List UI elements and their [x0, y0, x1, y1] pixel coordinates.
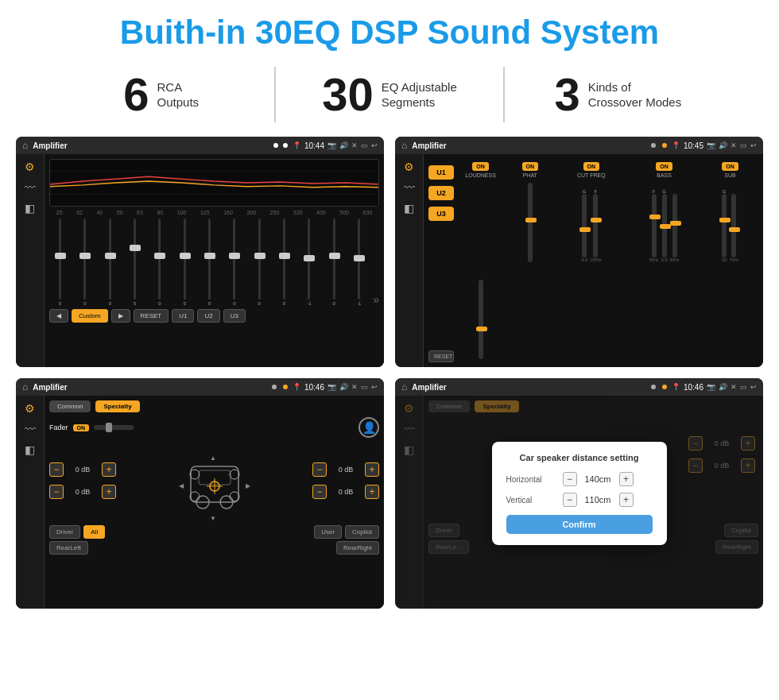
eq-sidebar: ⚙ 〰 ◧	[16, 154, 45, 367]
eq-slider-1[interactable]: 0	[49, 219, 71, 306]
vol-rt-plus[interactable]: +	[365, 462, 379, 477]
fader-app-name: Amplifier	[33, 383, 267, 392]
window-icon: ▭	[361, 141, 368, 149]
fader-sidebar-vol-icon[interactable]: ◧	[25, 443, 35, 456]
vol-lb-val: 0 dB	[67, 488, 99, 496]
fader-dot1	[272, 385, 277, 389]
amp-screen-card: ⌂ Amplifier 📍 10:45 📷 🔊 ✕ ▭ ↩ ⚙ 〰 ◧	[395, 137, 763, 367]
eq-slider-4[interactable]: 5	[124, 219, 145, 306]
dialog-horizontal-value: 140cm	[580, 474, 616, 484]
fader-tab-specialty[interactable]: Specialty	[95, 400, 139, 412]
fader-window-icon: ▭	[361, 383, 368, 391]
eq-slider-12[interactable]: 0	[324, 219, 345, 306]
eq-prev-btn[interactable]: ◀	[49, 309, 68, 323]
eq-reset-btn[interactable]: RESET	[134, 309, 169, 323]
eq-slider-2[interactable]: 0	[74, 219, 95, 306]
eq-u3-btn[interactable]: U3	[223, 309, 246, 323]
eq-next-btn[interactable]: ▶	[111, 309, 130, 323]
loudness-toggle[interactable]: ON	[472, 162, 489, 171]
vol-rb-minus[interactable]: −	[312, 485, 327, 499]
fader-status-bar: ⌂ Amplifier 📍 10:46 📷 🔊 ✕ ▭ ↩	[16, 378, 384, 396]
fader-back-icon: ↩	[371, 383, 378, 391]
eq-dot2	[283, 143, 288, 148]
eq-slider-10[interactable]: 0	[273, 219, 295, 306]
amp-location-icon: 📍	[672, 141, 680, 149]
fader-main: Common Specialty Fader ON 👤	[45, 396, 384, 609]
svg-text:▶: ▶	[246, 482, 251, 489]
eq-custom-btn[interactable]: Custom	[72, 309, 108, 323]
fader-text-label: Fader	[49, 423, 68, 431]
vol-lb-plus[interactable]: +	[102, 485, 116, 499]
cutfreq-toggle[interactable]: ON	[583, 162, 600, 171]
fader-user-btn[interactable]: User	[314, 525, 342, 539]
amp-back-icon: ↩	[750, 141, 757, 149]
dialog-horizontal-plus[interactable]: +	[619, 472, 634, 486]
vol-lb-minus[interactable]: −	[49, 485, 64, 499]
eq-bottom-controls: ◀ Custom ▶ RESET U1 U2 U3	[49, 309, 379, 323]
freq-160: 160	[223, 210, 233, 215]
stats-row: 6 RCAOutputs 30 EQ AdjustableSegments 3 …	[0, 59, 779, 137]
amp-u1-btn[interactable]: U1	[428, 165, 454, 180]
eq-scroll-right[interactable]: »	[373, 293, 379, 306]
amp2-main: U1 U2 U3 RESET ON LOUDNESS	[424, 154, 763, 367]
vol-rt-minus[interactable]: −	[312, 462, 327, 477]
dialog-vertical-plus[interactable]: +	[619, 493, 634, 507]
amp2-vol-icon[interactable]: ◧	[404, 202, 414, 215]
vol-lt-minus[interactable]: −	[49, 462, 64, 477]
fader-driver-btn[interactable]: Driver	[49, 525, 80, 539]
amp-status-bar: ⌂ Amplifier 📍 10:45 📷 🔊 ✕ ▭ ↩	[395, 137, 763, 154]
sub-toggle[interactable]: ON	[722, 162, 738, 171]
eq-slider-6[interactable]: 0	[174, 219, 196, 306]
eq-slider-5[interactable]: 0	[149, 219, 170, 306]
fader-all-btn[interactable]: All	[83, 525, 105, 539]
fader-screen-content: ⚙ 〰 ◧ Common Specialty Fader ON 👤	[16, 396, 384, 609]
dialog-confirm-button[interactable]: Confirm	[506, 515, 653, 534]
dialog-vertical-minus[interactable]: −	[563, 493, 577, 507]
freq-250: 250	[270, 210, 280, 215]
amp-reset-btn[interactable]: RESET	[428, 350, 454, 362]
eq-u2-btn[interactable]: U2	[197, 309, 219, 323]
amp-home-icon: ⌂	[401, 140, 407, 151]
vol-lt-plus[interactable]: +	[102, 462, 116, 477]
fader-h-slider[interactable]	[94, 425, 134, 430]
dialog-horizontal-minus[interactable]: −	[563, 472, 577, 486]
dialog-title: Car speaker distance setting	[506, 453, 653, 462]
bass-toggle[interactable]: ON	[656, 162, 672, 171]
eq-screen-card: ⌂ Amplifier 📍 10:44 📷 🔊 ✕ ▭ ↩ ⚙ 〰 ◧	[16, 137, 384, 367]
fader-tab-common[interactable]: Common	[49, 400, 91, 412]
dialog-vertical-row: Vertical − 110cm +	[506, 493, 653, 507]
amp-time: 10:45	[684, 141, 703, 150]
phat-toggle[interactable]: ON	[522, 162, 539, 171]
fader-sidebar-wave-icon[interactable]: 〰	[25, 423, 36, 435]
fader-rearright-btn[interactable]: RearRight	[336, 541, 379, 555]
eq-sidebar-wave-icon[interactable]: 〰	[25, 181, 36, 194]
fader-time: 10:46	[304, 383, 324, 392]
fader-home-icon: ⌂	[22, 381, 28, 393]
amp2-eq-icon[interactable]: ⚙	[404, 160, 414, 173]
eq-screen-content: ⚙ 〰 ◧	[16, 154, 384, 367]
eq-slider-8[interactable]: 0	[223, 219, 245, 306]
cutfreq-label: CUT FREQ	[577, 172, 606, 178]
vol-rb-plus[interactable]: +	[365, 485, 379, 499]
fader-rearleft-btn[interactable]: RearLeft	[49, 541, 88, 555]
sub-label: SUB	[724, 172, 735, 178]
fader-sidebar-eq-icon[interactable]: ⚙	[25, 402, 35, 415]
fader-bottom-btns: Driver All User Copilot	[49, 525, 379, 539]
eq-slider-3[interactable]: 0	[99, 219, 121, 306]
amp-app-name: Amplifier	[412, 141, 646, 150]
amp-u2-btn[interactable]: U2	[428, 186, 454, 200]
eq-slider-7[interactable]: 0	[199, 219, 220, 306]
eq-slider-11[interactable]: -1	[298, 219, 320, 306]
fader-copilot-btn[interactable]: Copilot	[345, 525, 379, 539]
amp-u3-btn[interactable]: U3	[428, 207, 454, 221]
eq-slider-13[interactable]: -1	[348, 219, 370, 306]
fader-close-icon: ✕	[351, 383, 358, 391]
eq-slider-9[interactable]: 0	[249, 219, 270, 306]
dialog-horizontal-label: Horizontal	[506, 475, 558, 484]
stat-rca-number: 6	[123, 72, 149, 118]
eq-u1-btn[interactable]: U1	[172, 309, 194, 323]
eq-sidebar-eq-icon[interactable]: ⚙	[25, 160, 35, 173]
eq-sliders-container: 0 0 0 5 0	[49, 219, 379, 306]
amp2-wave-icon[interactable]: 〰	[404, 181, 415, 194]
eq-sidebar-vol-icon[interactable]: ◧	[25, 202, 35, 215]
